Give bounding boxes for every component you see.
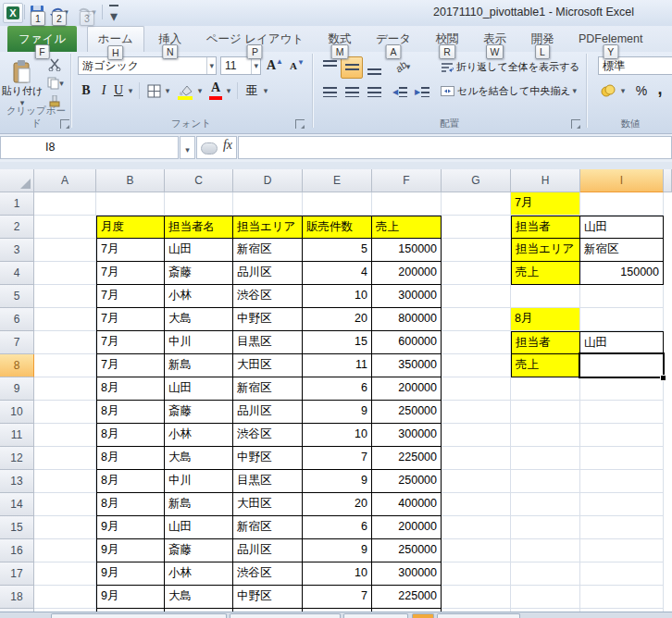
font-color-dropdown[interactable]: ▾ bbox=[224, 80, 233, 101]
sheet-tab[interactable] bbox=[343, 613, 408, 618]
cell-E16[interactable]: 9 bbox=[303, 539, 372, 562]
row-header-5[interactable]: 5 bbox=[0, 285, 34, 308]
cell-B16[interactable]: 9月 bbox=[96, 539, 165, 562]
cell-A3[interactable] bbox=[34, 239, 96, 262]
cell-G3[interactable] bbox=[442, 239, 511, 262]
cell-B12[interactable]: 8月 bbox=[96, 447, 165, 470]
cell-E17[interactable]: 10 bbox=[303, 562, 372, 586]
cell-A2[interactable] bbox=[34, 216, 96, 239]
cell-F18[interactable]: 225000 bbox=[372, 586, 442, 609]
cell-I2[interactable]: 山田 bbox=[580, 216, 664, 239]
cell-C13[interactable]: 中川 bbox=[165, 470, 233, 493]
shrink-font-button[interactable]: A▼ bbox=[287, 56, 307, 76]
underline-button[interactable]: U bbox=[111, 80, 126, 101]
increase-indent-button[interactable]: ▶ bbox=[411, 80, 433, 103]
cell-G6[interactable] bbox=[442, 308, 511, 331]
clipboard-dialog-launcher-icon[interactable] bbox=[60, 119, 69, 129]
percent-button[interactable]: % bbox=[633, 80, 650, 101]
align-center-button[interactable] bbox=[341, 80, 363, 103]
cell-F10[interactable]: 250000 bbox=[372, 401, 442, 424]
cell-H18[interactable] bbox=[511, 586, 580, 609]
copy-button[interactable]: ▾ bbox=[43, 75, 68, 92]
underline-dropdown[interactable]: ▾ bbox=[126, 80, 135, 101]
cell-D1[interactable] bbox=[233, 192, 303, 216]
cell-B13[interactable]: 8月 bbox=[96, 470, 165, 493]
cell-F9[interactable]: 200000 bbox=[372, 377, 442, 401]
tab-pdfelement[interactable]: PDFelement Y bbox=[568, 26, 653, 52]
cell-I6[interactable] bbox=[580, 308, 664, 331]
cell-A10[interactable] bbox=[34, 401, 96, 424]
cell-F1[interactable] bbox=[372, 192, 442, 216]
cell-A1[interactable] bbox=[34, 192, 96, 216]
borders-dropdown[interactable]: ▾ bbox=[163, 80, 172, 101]
cell-G2[interactable] bbox=[442, 216, 511, 239]
cell-I4[interactable]: 150000 bbox=[580, 262, 664, 285]
cell-E1[interactable] bbox=[303, 192, 372, 216]
phonetic-button[interactable]: 亜 bbox=[243, 80, 261, 101]
qat-customize-button[interactable]: ▾ bbox=[107, 5, 120, 25]
row-header-4[interactable]: 4 bbox=[0, 262, 34, 285]
cell-I7[interactable]: 山田 bbox=[580, 331, 664, 354]
cell-H8[interactable]: 売上 bbox=[511, 354, 580, 377]
cell-B1[interactable] bbox=[96, 192, 165, 216]
cell-E11[interactable]: 10 bbox=[303, 424, 372, 447]
cell-E6[interactable]: 20 bbox=[303, 308, 372, 331]
cell-E7[interactable]: 15 bbox=[303, 331, 372, 354]
cell-A18[interactable] bbox=[34, 586, 96, 609]
cell-A17[interactable] bbox=[34, 562, 96, 586]
row-header-15[interactable]: 15 bbox=[0, 516, 34, 539]
row-header-13[interactable]: 13 bbox=[0, 470, 34, 493]
cell-D13[interactable]: 目黒区 bbox=[233, 470, 303, 493]
paste-button[interactable]: 貼り付け ▾ bbox=[4, 55, 41, 112]
cell-F2[interactable]: 売上 bbox=[372, 216, 442, 239]
row-header-11[interactable]: 11 bbox=[0, 424, 34, 447]
row-header-1[interactable]: 1 bbox=[0, 192, 34, 216]
column-header-E[interactable]: E bbox=[303, 169, 372, 192]
cell-F17[interactable]: 300000 bbox=[372, 562, 442, 586]
alignment-dialog-launcher-icon[interactable] bbox=[571, 119, 580, 129]
column-header-H[interactable]: H bbox=[511, 169, 580, 192]
decrease-indent-button[interactable]: ◀ bbox=[389, 80, 411, 103]
sheet-tab-strip[interactable] bbox=[0, 612, 672, 618]
tab-view[interactable]: 表示 W bbox=[473, 26, 516, 52]
cell-D11[interactable]: 渋谷区 bbox=[233, 424, 303, 447]
sheet-tab[interactable] bbox=[437, 613, 520, 618]
cell-B8[interactable]: 7月 bbox=[96, 354, 165, 377]
cell-B3[interactable]: 7月 bbox=[96, 239, 165, 262]
cell-H11[interactable] bbox=[511, 424, 580, 447]
cell-D12[interactable]: 中野区 bbox=[233, 447, 303, 470]
cell-D16[interactable]: 品川区 bbox=[233, 539, 303, 562]
column-header-G[interactable]: G bbox=[442, 169, 511, 192]
cell-B11[interactable]: 8月 bbox=[96, 424, 165, 447]
number-format-select[interactable]: 標準 bbox=[598, 56, 672, 75]
cell-A5[interactable] bbox=[34, 285, 96, 308]
formula-input[interactable] bbox=[238, 136, 672, 159]
cell-H3[interactable]: 担当エリア bbox=[511, 239, 580, 262]
sheet-tab[interactable] bbox=[51, 613, 227, 618]
cell-F7[interactable]: 600000 bbox=[372, 331, 442, 354]
row-header-17[interactable]: 17 bbox=[0, 562, 34, 586]
cell-C8[interactable]: 新島 bbox=[165, 354, 233, 377]
cell-C1[interactable] bbox=[165, 192, 233, 216]
cell-H2[interactable]: 担当者 bbox=[511, 216, 580, 239]
cell-C16[interactable]: 斎藤 bbox=[165, 539, 233, 562]
cell-F12[interactable]: 225000 bbox=[372, 447, 442, 470]
cell-E18[interactable]: 7 bbox=[303, 586, 372, 609]
cell-D3[interactable]: 新宿区 bbox=[233, 239, 303, 262]
row-header-18[interactable]: 18 bbox=[0, 586, 34, 609]
cell-E14[interactable]: 20 bbox=[303, 493, 372, 516]
cell-B14[interactable]: 8月 bbox=[96, 493, 165, 516]
bold-button[interactable]: B bbox=[78, 80, 94, 101]
cell-H10[interactable] bbox=[511, 401, 580, 424]
insert-function-button[interactable]: fx bbox=[223, 138, 232, 153]
cell-D8[interactable]: 大田区 bbox=[233, 354, 303, 377]
select-all-corner[interactable] bbox=[0, 169, 34, 192]
tab-data[interactable]: データ A bbox=[366, 26, 421, 52]
tab-formulas[interactable]: 数式 M bbox=[318, 26, 362, 52]
cell-C17[interactable]: 小林 bbox=[165, 562, 233, 586]
cell-H9[interactable] bbox=[511, 377, 580, 401]
row-header-2[interactable]: 2 bbox=[0, 216, 34, 239]
font-dialog-launcher-icon[interactable] bbox=[295, 119, 305, 129]
cell-E15[interactable]: 6 bbox=[303, 516, 372, 539]
cell-B7[interactable]: 7月 bbox=[96, 331, 165, 354]
